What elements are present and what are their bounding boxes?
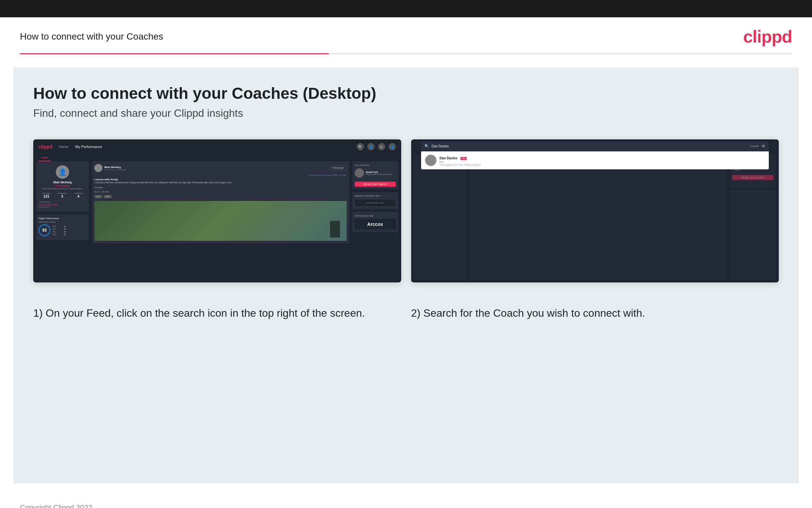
captions-row: 1) On your Feed, click on the search ico…	[33, 299, 779, 327]
search-input-text-2[interactable]: Dan Davies	[432, 144, 750, 148]
app-logo-1: clippd	[39, 144, 52, 150]
search-result-name-1: Dan Davies	[440, 156, 458, 160]
post-image-1	[94, 201, 347, 241]
stat-followers-val: 3	[58, 194, 66, 198]
score-circle-1: 92	[39, 224, 51, 236]
perf-bar-arg: ARG 86	[52, 231, 66, 233]
settings-icon[interactable]: ⚙	[378, 143, 385, 151]
mock-app-1: clippd Home My Performance 🔍 👤 ⚙ 👤 Feed	[33, 139, 401, 283]
feed-row-1: Feed	[33, 154, 401, 161]
post-author-info: Blair McHarg Yesterday · Sunningdale	[104, 166, 126, 171]
profile-club-1: Royal North Devon Golf Club, United King…	[39, 187, 86, 189]
app-body-1: Blair McHarg Plus Handicap Royal North D…	[33, 161, 401, 280]
profile-avatar-1	[56, 165, 69, 179]
footer: Copyright Clippd 2022	[0, 497, 812, 508]
post-avatar-1	[94, 164, 102, 172]
perf-bar-putt: PUTT 96	[52, 234, 66, 236]
golfer-figure-1	[330, 221, 340, 238]
stat-activities-val: 131	[43, 194, 51, 198]
feed-label-1[interactable]: Feed	[39, 154, 51, 161]
coach-avatar-1	[355, 168, 364, 178]
profile-icon[interactable]: 👤	[389, 143, 396, 151]
search-icon-2: 🔍	[424, 144, 429, 149]
toggle-btns-1: OFF APP	[94, 195, 347, 198]
search-result-1[interactable]: Dan Davies Pro Pro Sunningdale Golf Club…	[421, 152, 769, 169]
post-text-1: Looking to feel like my hands are exitin…	[94, 181, 347, 184]
trackman-input-1: Trackman Link	[355, 199, 396, 207]
search-result-name-row: Dan Davies Pro	[440, 155, 481, 161]
stat-activities: Activities 131	[43, 192, 51, 198]
page-subheading: Find, connect and share your Clippd insi…	[33, 107, 779, 119]
toggle-off-1[interactable]: OFF	[94, 195, 102, 198]
caption-text-1: 1) On your Feed, click on the search ico…	[33, 306, 401, 321]
user-icon[interactable]: 👤	[367, 143, 375, 151]
search-clear-btn-2[interactable]: CLEAR	[750, 145, 759, 148]
search-dropdown-2: Dan Davies Pro Pro Sunningdale Golf Club…	[421, 152, 769, 169]
profile-name-1: Blair McHarg	[39, 181, 86, 184]
following-button-1[interactable]: Following ▾	[330, 166, 347, 170]
app-navbar-1: clippd Home My Performance 🔍 👤 ⚙ 👤	[33, 139, 401, 154]
nav-home-1[interactable]: Home	[59, 145, 68, 149]
post-time-1: Yesterday · Sunningdale	[104, 169, 126, 171]
nav-performance-1[interactable]: My Performance	[76, 145, 102, 149]
coaches-section-1: Your Coaches David Ford Royal North Devo…	[352, 161, 398, 189]
search-result-avatar-1	[425, 155, 436, 166]
page-heading: How to connect with your Coaches (Deskto…	[33, 84, 779, 102]
header: How to connect with your Coaches clippd	[0, 17, 812, 53]
player-performance-1: Player Performance Total Player Quality …	[36, 215, 89, 240]
stat-followers: Followers 3	[58, 192, 66, 198]
arccos-logo-1: Arccos	[355, 219, 396, 229]
search-icon[interactable]: 🔍	[356, 143, 364, 151]
connect-title-1: Connect your data	[355, 215, 396, 217]
control-link-1[interactable]: Control who can see your activity and da…	[94, 174, 347, 176]
main-content: How to connect with your Coaches (Deskto…	[13, 68, 799, 483]
post-header-1: Blair McHarg Yesterday · Sunningdale Fol…	[94, 164, 347, 172]
search-result-role-1: Pro	[440, 161, 481, 164]
caption-2: 2) Search for the Coach you wish to conn…	[411, 299, 779, 327]
left-panel-1: Blair McHarg Plus Handicap Royal North D…	[36, 161, 89, 280]
activity-name-1: Lesson with Fordy	[39, 204, 86, 206]
search-result-club-1: Sunningdale Golf Club, United Kingdom	[440, 164, 481, 166]
search-bar-2[interactable]: 🔍 Dan Davies CLEAR ✕	[421, 141, 769, 151]
perf-bar-ott: OTT 90	[52, 225, 66, 227]
coaches-title-1: Your Coaches	[355, 164, 396, 166]
latest-activity-label-1: Latest Activity	[39, 201, 86, 203]
nav-icons-1: 🔍 👤 ⚙ 👤	[356, 143, 396, 151]
activity-date-1: 03 Aug 2022	[39, 206, 86, 208]
post-author-name-1: Blair McHarg	[104, 166, 126, 169]
screenshots-row: clippd Home My Performance 🔍 👤 ⚙ 👤 Feed	[33, 139, 779, 283]
connect-section-1: Connect your data Arccos	[352, 212, 398, 232]
stat-following-val: 4	[74, 194, 83, 198]
profile-handicap-1: Plus Handicap	[39, 185, 86, 187]
page-title: How to connect with your Coaches	[20, 31, 163, 42]
duration-label-1: Duration	[94, 186, 103, 188]
search-result-info-1: Dan Davies Pro Pro Sunningdale Golf Club…	[440, 155, 481, 166]
stat-following: Following 4	[74, 192, 83, 198]
screenshot-2: Your Coaches Dan Davies Sunningdale Golf…	[411, 139, 779, 283]
perf-bars-1: OTT 90 APP 85	[52, 225, 66, 236]
right-panel-1: Your Coaches David Ford Royal North Devo…	[352, 161, 398, 280]
coach-name-1: David Ford	[366, 171, 391, 173]
header-divider	[20, 53, 792, 54]
manage-coaches-btn-2[interactable]: Manage Your Coaches	[732, 175, 773, 180]
manage-coaches-btn-1[interactable]: Manage Your Coaches	[355, 182, 396, 186]
duration-val-1: 01 hr : 30 min	[94, 190, 347, 193]
top-bar	[0, 0, 812, 17]
search-close-btn-2[interactable]: ✕	[761, 143, 765, 149]
middle-panel-1: Blair McHarg Yesterday · Sunningdale Fol…	[92, 161, 349, 280]
trackman-section-1: Upload a Trackman Test Trackman Link	[352, 192, 398, 209]
search-result-badge-1: Pro	[460, 157, 467, 160]
profile-stats-1: Activities 131 Followers 3 Following 4	[39, 192, 86, 198]
caption-1: 1) On your Feed, click on the search ico…	[33, 299, 401, 327]
coach-row-1: David Ford Royal North Devon Golf Club	[355, 168, 396, 178]
perf-title-1: Player Performance	[39, 217, 86, 220]
screenshot-1: clippd Home My Performance 🔍 👤 ⚙ 👤 Feed	[33, 139, 401, 283]
clippd-logo: clippd	[743, 27, 792, 47]
profile-card-1: Blair McHarg Plus Handicap Royal North D…	[36, 161, 89, 212]
post-card-1: Blair McHarg Yesterday · Sunningdale Fol…	[92, 161, 349, 244]
coach-info-1: David Ford Royal North Devon Golf Club	[366, 171, 391, 175]
toggle-app-1[interactable]: APP	[104, 195, 112, 198]
perf-bar-app: APP 85	[52, 228, 66, 230]
copyright-text: Copyright Clippd 2022	[20, 503, 92, 508]
mock-app-2: Your Coaches Dan Davies Sunningdale Golf…	[411, 139, 779, 283]
